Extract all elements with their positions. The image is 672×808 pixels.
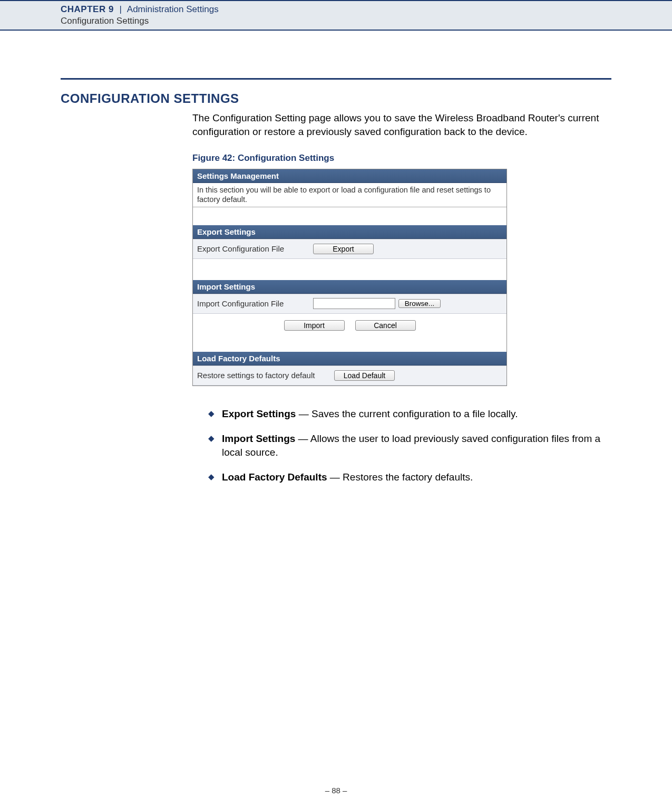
header-divider: | xyxy=(120,4,122,14)
export-label: Export Configuration File xyxy=(197,244,313,253)
figure-caption: Figure 42: Configuration Settings xyxy=(192,153,611,163)
settings-management-desc: In this section you will be able to expo… xyxy=(193,183,507,207)
restore-label: Restore settings to factory default xyxy=(197,371,334,380)
chapter-title: Administration Settings xyxy=(127,4,219,14)
list-item: ◆ Export Settings — Saves the current co… xyxy=(208,407,611,421)
export-row: Export Configuration File Export xyxy=(193,239,507,259)
bullet-text: Export Settings — Saves the current conf… xyxy=(222,407,518,421)
import-row: Import Configuration File Browse... xyxy=(193,294,507,314)
export-settings-header: Export Settings xyxy=(193,225,507,239)
browse-button[interactable]: Browse... xyxy=(398,299,441,308)
section-rule xyxy=(61,78,611,80)
import-actions-row: Import Cancel xyxy=(193,314,507,337)
page-header: CHAPTER 9 | Administration Settings Conf… xyxy=(0,0,672,31)
settings-management-header: Settings Management xyxy=(193,169,507,183)
bullet-list: ◆ Export Settings — Saves the current co… xyxy=(208,407,611,485)
diamond-icon: ◆ xyxy=(208,470,215,484)
list-item: ◆ Import Settings — Allows the user to l… xyxy=(208,432,611,459)
bullet-text: Load Factory Defaults — Restores the fac… xyxy=(222,470,473,484)
load-default-button[interactable]: Load Default xyxy=(334,370,395,381)
diamond-icon: ◆ xyxy=(208,432,215,459)
diamond-icon: ◆ xyxy=(208,407,215,421)
import-settings-header: Import Settings xyxy=(193,280,507,294)
header-line-1: CHAPTER 9 | Administration Settings xyxy=(61,4,672,15)
export-button[interactable]: Export xyxy=(313,244,374,254)
import-button[interactable]: Import xyxy=(284,320,345,331)
header-subtitle: Configuration Settings xyxy=(61,16,672,26)
import-label: Import Configuration File xyxy=(197,299,313,308)
import-file-input[interactable] xyxy=(313,298,395,309)
list-item: ◆ Load Factory Defaults — Restores the f… xyxy=(208,470,611,484)
load-defaults-header: Load Factory Defaults xyxy=(193,352,507,365)
restore-row: Restore settings to factory default Load… xyxy=(193,365,507,386)
intro-paragraph: The Configuration Setting page allows yo… xyxy=(192,111,611,138)
cancel-button[interactable]: Cancel xyxy=(355,320,416,331)
embedded-screenshot: Settings Management In this section you … xyxy=(192,169,507,386)
bullet-text: Import Settings — Allows the user to loa… xyxy=(222,432,611,459)
chapter-label: CHAPTER 9 xyxy=(61,4,114,14)
section-title: CONFIGURATION SETTINGS xyxy=(61,91,611,106)
